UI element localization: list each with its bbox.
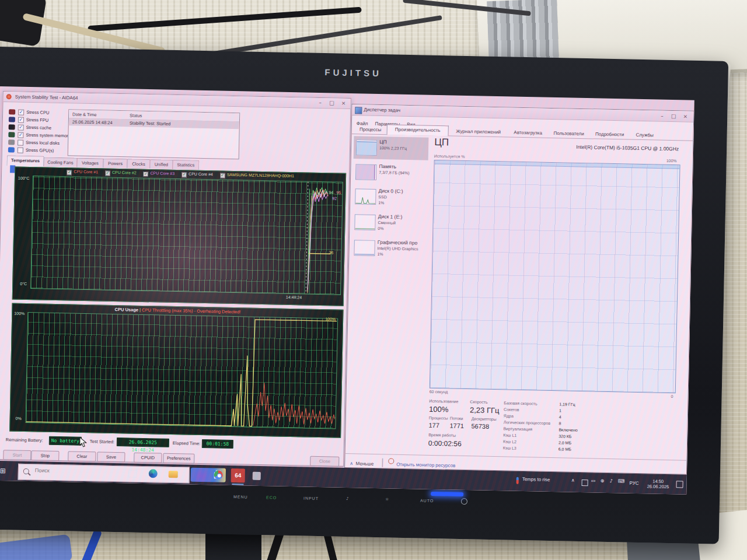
tab-clocks[interactable]: Clocks	[127, 159, 150, 169]
tab-unified[interactable]: Unified	[149, 159, 173, 169]
tm-tab-processes[interactable]: Процессы	[355, 125, 386, 134]
legend-core4[interactable]: CPU Core #4	[189, 172, 213, 176]
taskbar-search[interactable]	[18, 464, 190, 484]
monitor-input-button[interactable]: INPUT	[303, 496, 319, 501]
less-details-button[interactable]: ∧ Меньше	[350, 457, 374, 468]
monitor-menu-button[interactable]: MENU	[233, 495, 248, 499]
legend-core1[interactable]: CPU Core #1	[74, 170, 98, 174]
sidebar-item-gpu[interactable]: Графический проIntel(R) UHD Graphics1%	[351, 236, 427, 262]
tm-tab-performance[interactable]: Производительность	[387, 124, 449, 136]
disk1-thumbnail	[354, 214, 376, 230]
clock[interactable]: 14:50 26.06.2025	[644, 478, 672, 494]
volume-tray-icon[interactable]: ♪	[609, 478, 613, 495]
stress-fpu-label: Stress FPU	[26, 117, 49, 123]
test-log-list[interactable]: Date & TimeStatus 26.06.2025 14:48:24 St…	[68, 109, 240, 159]
tm-tab-app-history[interactable]: Журнал приложений	[450, 127, 507, 136]
stress-fpu-checkbox[interactable]	[18, 117, 24, 123]
uptime-label: Время работы	[428, 433, 456, 438]
stress-cache-checkbox[interactable]	[18, 125, 24, 131]
minimize-button[interactable]: –	[315, 100, 326, 106]
monitor-brand-logo: FUJITSU	[0, 60, 728, 85]
notes-app-icon[interactable]	[250, 469, 264, 483]
tm-tab-details[interactable]: Подробности	[591, 130, 628, 139]
tab-statistics[interactable]: Statistics	[172, 160, 199, 170]
stress-disks-checkbox[interactable]	[18, 140, 23, 146]
sidebar-item-memory[interactable]: Память7,3/7,8 ГБ (94%)	[353, 160, 428, 185]
tray-label: Temps to rise	[522, 477, 550, 482]
maximize-button[interactable]: □	[326, 100, 338, 106]
usage-axis-max: 100%	[14, 312, 25, 316]
tm-close-button[interactable]: ×	[679, 113, 691, 119]
legend-core3[interactable]: CPU Core #3	[150, 171, 174, 176]
sidebar-item-disk1[interactable]: Диск 1 (E:)Сменный0%	[352, 211, 427, 237]
cable	[88, 7, 362, 32]
blue-object	[0, 534, 72, 560]
power-button[interactable]	[461, 498, 467, 505]
clear-button[interactable]: Clear	[68, 451, 96, 461]
file-explorer-icon[interactable]	[166, 467, 180, 481]
cpu-model: Intel(R) Core(TM) i5-1035G1 CPU @ 1.00GH…	[576, 144, 679, 152]
preferences-button[interactable]: Preferences	[163, 453, 194, 464]
tm-tab-users[interactable]: Пользователи	[549, 129, 588, 138]
tm-tab-services[interactable]: Службы	[630, 131, 658, 140]
monitor-auto-button[interactable]: AUTO	[420, 499, 434, 503]
monitor-eco-button[interactable]: ECO	[266, 495, 277, 499]
volume-icon[interactable]: ♪	[346, 496, 350, 501]
brightness-icon[interactable]: ☼	[385, 497, 389, 502]
tray-chevron-icon[interactable]: ∧	[571, 478, 575, 495]
tm-title: Диспетчер задач	[364, 107, 400, 113]
stop-button[interactable]: Stop	[31, 450, 59, 461]
close-button[interactable]: ×	[338, 100, 350, 106]
aida64-taskbar-icon[interactable]: 64	[231, 468, 245, 482]
aida64-window: System Stability Test - AIDA64 –□× Stres…	[0, 91, 351, 467]
handles-label: Дескрипторы	[472, 416, 497, 421]
tab-cooling-fans[interactable]: Cooling Fans	[43, 157, 77, 167]
close-test-button[interactable]: Close	[310, 456, 339, 467]
notification-center-icon[interactable]	[676, 481, 683, 488]
temp-plot	[30, 176, 343, 295]
cpuid-button[interactable]: CPUID	[134, 453, 162, 463]
edge-icon[interactable]	[146, 467, 160, 481]
cache-icon	[9, 124, 15, 130]
handles-value: 56738	[471, 422, 489, 430]
legend-core2[interactable]: CPU Core #2	[112, 170, 137, 175]
tab-powers[interactable]: Powers	[103, 159, 127, 169]
aida64-title: System Stability Test - AIDA64	[15, 94, 78, 100]
tray-app-icon[interactable]	[582, 480, 588, 486]
start-button[interactable]: Start	[3, 450, 31, 460]
tray-thermometer[interactable]: Temps to rise	[516, 477, 550, 495]
cpu-axis-window: 60 секунд	[430, 390, 448, 394]
tm-maximize-button[interactable]: □	[668, 113, 679, 119]
sidebar-item-cpu[interactable]: ЦП100% 2,23 ГГц	[354, 136, 429, 160]
cpu-chart	[430, 160, 680, 393]
open-resource-monitor-link[interactable]: Открыть монитор ресурсов	[388, 457, 456, 469]
stress-memory-checkbox[interactable]	[18, 132, 23, 138]
cpu-usage-chart: CPU Usage | CPU Throttling (max 35%) - O…	[9, 303, 343, 438]
legend-ssd[interactable]: SAMSUNG MZ7LN128HAHQ-000H1	[227, 173, 294, 178]
usage-label: Использование	[429, 399, 458, 404]
touch-keyboard-icon[interactable]: ⌨	[617, 478, 624, 494]
stress-gpu-checkbox[interactable]	[18, 148, 23, 153]
temperature-chart: ✓CPU Core #1 ✓CPU Core #2 ✓CPU Core #3 ✓…	[12, 166, 346, 306]
sidebar-item-disk0[interactable]: Диск 0 (C:)SSD1%	[352, 185, 428, 211]
usage-value: 100%	[429, 405, 449, 414]
chrome-icon[interactable]	[212, 468, 226, 482]
temp-value-94: 94	[329, 190, 333, 194]
aida64-titlebar[interactable]: System Stability Test - AIDA64 –□×	[4, 92, 351, 109]
thermometer-icon	[516, 477, 519, 484]
tm-minimize-button[interactable]: –	[656, 113, 668, 119]
battery-icon[interactable]: ▭	[591, 478, 595, 494]
tm-tab-startup[interactable]: Автозагрузка	[509, 128, 547, 137]
speed-value: 2,23 ГГц	[470, 405, 500, 415]
stress-cpu-checkbox[interactable]	[18, 110, 24, 116]
speed-label: Скорость	[470, 400, 487, 404]
stress-disks-label: Stress local disks	[26, 140, 60, 146]
save-button[interactable]: Save	[97, 452, 125, 462]
network-icon[interactable]: ⊕	[600, 478, 604, 495]
elapsed-value: 00:01:58	[202, 439, 233, 449]
language-indicator[interactable]: РУС	[629, 481, 639, 495]
start-button-windows[interactable]: ⊞	[0, 464, 10, 478]
task-view-icon[interactable]	[125, 466, 139, 480]
battery-value: No battery	[49, 436, 82, 446]
tab-voltages[interactable]: Voltages	[76, 158, 103, 168]
